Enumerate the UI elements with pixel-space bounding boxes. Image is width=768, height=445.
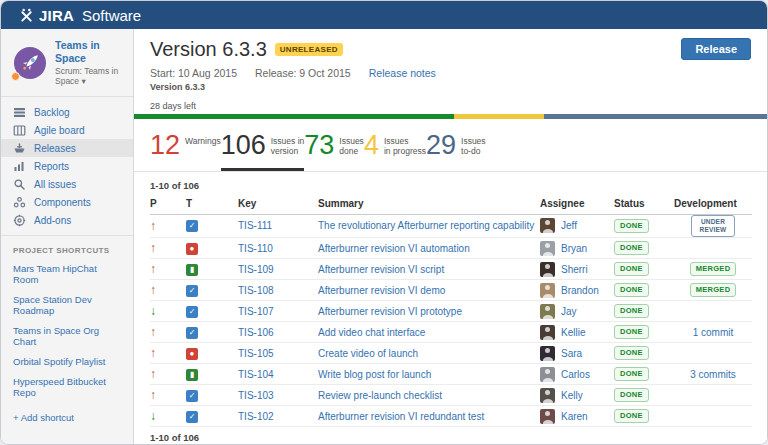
issue-key-link[interactable]: TIS-103: [238, 390, 274, 401]
issue-row: ↓ ✓ TIS-107 Afterburner revision VI prot…: [150, 301, 752, 322]
issue-summary-link[interactable]: Afterburner revision VI redundant test: [318, 411, 484, 422]
col-key[interactable]: Key: [238, 194, 318, 215]
pagination-bottom: 1-10 of 106: [150, 432, 751, 443]
issue-key-link[interactable]: TIS-106: [238, 327, 274, 338]
task-icon: ✓: [186, 411, 198, 423]
issue-row: ↑ ● TIS-105 Create video of launch Sara …: [150, 343, 752, 364]
shortcut-link[interactable]: Orbital Spotify Playlist: [13, 356, 121, 367]
sidebar-nav-item[interactable]: Backlog: [1, 103, 133, 121]
development-badge[interactable]: 3 commits: [690, 369, 736, 380]
assignee-link[interactable]: Brandon: [561, 285, 599, 296]
sidebar-nav-label[interactable]: Agile board: [34, 125, 85, 136]
assignee-link[interactable]: Kellie: [561, 327, 585, 338]
unreleased-badge: UNRELEASED: [275, 43, 343, 56]
status-badge: DONE: [614, 325, 649, 339]
board-switcher[interactable]: Scrum: Teams in Space ▾: [55, 66, 125, 86]
col-summary[interactable]: Summary: [318, 194, 540, 215]
sidebar-nav-item[interactable]: Add-ons: [1, 211, 133, 229]
issue-row: ↑ ▮ TIS-109 Afterburner revision VI scri…: [150, 259, 752, 280]
issue-key-link[interactable]: TIS-104: [238, 369, 274, 380]
sidebar-nav-label[interactable]: Components: [34, 197, 91, 208]
shortcut-link[interactable]: Hyperspeed Bitbucket Repo: [13, 376, 121, 398]
sidebar-nav-label[interactable]: All issues: [34, 179, 76, 190]
sidebar-nav-item[interactable]: Reports: [1, 157, 133, 175]
assignee-link[interactable]: Carlos: [561, 369, 590, 380]
issue-key-link[interactable]: TIS-110: [238, 243, 273, 254]
col-development[interactable]: Development: [674, 194, 752, 215]
issue-summary-link[interactable]: Afterburner revision VI demo: [318, 285, 445, 296]
stat-tab[interactable]: 73 Issuesdone: [304, 132, 364, 171]
assignee-link[interactable]: Sherri: [561, 264, 588, 275]
development-badge[interactable]: 1 commit: [693, 327, 734, 338]
priority-up-icon: ↑: [150, 219, 162, 233]
priority-up-icon: ↑: [150, 241, 162, 255]
issue-summary-link[interactable]: The revolutionary Afterburner reporting …: [318, 220, 534, 231]
issue-summary-link[interactable]: Add video chat interface: [318, 327, 425, 338]
shortcut-link[interactable]: Mars Team HipChat Room: [13, 263, 121, 285]
issue-key-link[interactable]: TIS-107: [238, 306, 274, 317]
issue-summary-link[interactable]: Write blog post for launch: [318, 369, 431, 380]
sidebar-nav: Backlog Agile board Releases Rep: [1, 97, 133, 236]
issue-summary-link[interactable]: Afterburner revision VI prototype: [318, 306, 462, 317]
issue-key-link[interactable]: TIS-109: [238, 264, 274, 275]
development-badge[interactable]: MERGED: [690, 283, 737, 297]
issue-key-link[interactable]: TIS-105: [238, 348, 274, 359]
shortcut-link[interactable]: Teams in Space Org Chart: [13, 325, 121, 347]
version-subtitle: Version 6.3.3: [150, 82, 751, 92]
col-type[interactable]: T: [186, 194, 238, 215]
issue-key-link[interactable]: TIS-108: [238, 285, 274, 296]
sidebar-nav-label[interactable]: Add-ons: [34, 215, 71, 226]
stat-tab[interactable]: 29 Issuesto-do: [426, 132, 486, 171]
assignee-link[interactable]: Karen: [561, 411, 588, 422]
assignee-avatar: [540, 367, 555, 382]
sidebar-nav-label[interactable]: Reports: [34, 161, 69, 172]
issue-summary-link[interactable]: Create video of launch: [318, 348, 418, 359]
sidebar-nav-label[interactable]: Releases: [34, 143, 76, 154]
assignee-link[interactable]: Sara: [561, 348, 582, 359]
priority-up-icon: ↑: [150, 325, 162, 339]
assignee-avatar: [540, 388, 555, 403]
assignee-avatar: [540, 409, 555, 424]
assignee-link[interactable]: Bryan: [561, 243, 587, 254]
stat-tab[interactable]: 4 Issuesin progress: [364, 132, 426, 171]
issue-summary-link[interactable]: Afterburner revision VI script: [318, 264, 444, 275]
issue-row: ↓ ✓ TIS-102 Afterburner revision VI redu…: [150, 406, 752, 427]
project-avatar: [13, 46, 47, 80]
sidebar-nav-item[interactable]: All issues: [1, 175, 133, 193]
project-header[interactable]: Teams in Space Scrum: Teams in Space ▾: [1, 29, 133, 97]
issue-summary-link[interactable]: Afterburner revision VI automation: [318, 243, 470, 254]
col-assignee[interactable]: Assignee: [540, 194, 614, 215]
sidebar-nav-item[interactable]: Agile board: [1, 121, 133, 139]
shortcut-link[interactable]: Space Station Dev Roadmap: [13, 294, 121, 316]
page-title: Version 6.3.3: [150, 38, 267, 61]
assignee-avatar: [540, 304, 555, 319]
priority-up-icon: ↑: [150, 367, 162, 381]
jira-logo[interactable]: JIRASoftware: [19, 7, 141, 24]
development-badge[interactable]: MERGED: [690, 262, 737, 276]
issue-row: ↑ ● TIS-110 Afterburner revision VI auto…: [150, 238, 752, 259]
backlog-icon: [13, 106, 26, 119]
status-badge: DONE: [614, 367, 649, 381]
assignee-link[interactable]: Jeff: [561, 220, 577, 231]
stat-tab[interactable]: 106 Issues inversion: [221, 132, 305, 171]
col-status[interactable]: Status: [614, 194, 674, 215]
sidebar-nav-item[interactable]: Releases: [1, 139, 133, 157]
issue-summary-link[interactable]: Review pre-launch checklist: [318, 390, 442, 401]
assignee-link[interactable]: Jay: [561, 306, 577, 317]
assignee-link[interactable]: Kelly: [561, 390, 583, 401]
release-button[interactable]: Release: [681, 38, 751, 60]
task-icon: ✓: [186, 327, 198, 339]
stat-label: Issuesin progress: [384, 132, 426, 156]
project-name[interactable]: Teams in Space: [55, 39, 125, 64]
sidebar-nav-label[interactable]: Backlog: [34, 107, 70, 118]
issue-key-link[interactable]: TIS-102: [238, 411, 274, 422]
status-badge: DONE: [614, 388, 649, 402]
stat-tab[interactable]: 12 Warnings: [150, 132, 221, 171]
col-priority[interactable]: P: [150, 194, 186, 215]
issue-key-link[interactable]: TIS-111: [238, 220, 272, 231]
add-shortcut-link[interactable]: + Add shortcut: [13, 412, 121, 423]
bug-icon: ●: [186, 243, 198, 255]
development-badge[interactable]: UNDER REVIEW: [691, 215, 735, 237]
sidebar-nav-item[interactable]: Components: [1, 193, 133, 211]
release-notes-link[interactable]: Release notes: [369, 67, 436, 79]
